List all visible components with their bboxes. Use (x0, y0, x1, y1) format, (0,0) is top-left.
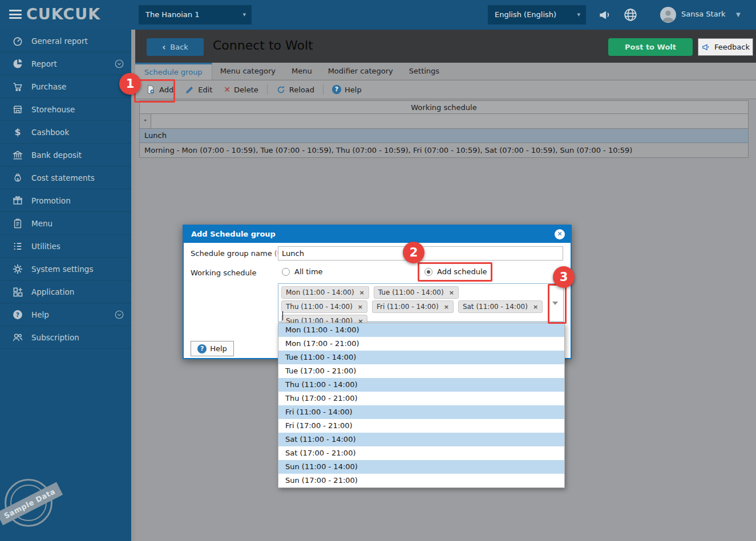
venue-selector[interactable]: The Hanoian 1 ▾ (139, 5, 252, 25)
dropdown-option[interactable]: Mon (17:00 - 21:00) (278, 337, 564, 351)
dropdown-option[interactable]: Fri (11:00 - 14:00) (278, 405, 564, 419)
dialog-titlebar: Add Schedule group ✕ (184, 226, 571, 243)
step-3-highlight-rect (548, 284, 567, 324)
delete-label: Delete (234, 86, 258, 94)
reload-button[interactable]: Reload (270, 80, 320, 99)
sidebar-item-label: General report (31, 36, 88, 46)
sidebar-item-label: Menu (31, 219, 52, 228)
column-header-working-schedule[interactable]: Working schedule (139, 100, 749, 114)
user-name[interactable]: Sansa Stark (681, 10, 726, 18)
tab-schedule-group[interactable]: Schedule group (135, 63, 212, 80)
language-selector[interactable]: English (English) ▾ (488, 5, 586, 25)
dialog-help-button[interactable]: ? Help (191, 341, 234, 356)
delete-x-icon: ✕ (224, 85, 231, 94)
sidebar-item-system-settings[interactable]: System settings (0, 258, 131, 280)
sidebar-item-label: Cashbook (31, 128, 69, 137)
dropdown-option[interactable]: Thu (17:00 - 21:00) (278, 392, 564, 405)
toolbar-separator (323, 84, 324, 95)
reload-label: Reload (289, 86, 314, 94)
sidebar-item-promotion[interactable]: Promotion (0, 189, 131, 212)
caret-down-icon: ▾ (242, 5, 246, 25)
dropdown-option[interactable]: Mon (11:00 - 14:00) (278, 323, 564, 337)
sidebar-item-label: Bank deposit (31, 150, 82, 160)
clipboard-menu-icon (11, 217, 24, 230)
feedback-megaphone-icon (701, 42, 711, 52)
venue-label: The Hanoian 1 (145, 10, 199, 19)
remove-tag-icon[interactable]: × (449, 289, 454, 296)
remove-tag-icon[interactable]: × (533, 303, 538, 311)
topbar: CUKCUK The Hanoian 1 ▾ English (English)… (0, 0, 756, 30)
dropdown-option[interactable]: Sat (17:00 - 21:00) (278, 446, 564, 460)
post-to-wolt-button[interactable]: Post to Wolt (608, 38, 693, 56)
hamburger-menu-icon[interactable] (9, 10, 22, 19)
users-icon (11, 331, 24, 344)
dropdown-option[interactable]: Sun (11:00 - 14:00) (278, 460, 564, 474)
sample-data-watermark: Sample Data (3, 478, 56, 530)
tab-menu[interactable]: Menu (284, 63, 320, 80)
reload-icon (276, 85, 286, 95)
dialog-title: Add Schedule group (191, 230, 276, 238)
sidebar-item-report[interactable]: Report (0, 52, 131, 75)
app-logo: CUKCUK (26, 5, 100, 23)
step-2-highlight-rect (418, 262, 492, 282)
edit-pencil-icon (185, 85, 195, 95)
back-button[interactable]: ‹ Back (147, 38, 204, 56)
dropdown-option[interactable]: Tue (17:00 - 21:00) (278, 364, 564, 378)
filter-input[interactable] (151, 114, 748, 128)
toolbar-help-button[interactable]: ? Help (326, 80, 367, 99)
user-menu-caret-icon[interactable]: ▼ (736, 11, 741, 18)
app-window: CUKCUK The Hanoian 1 ▾ English (English)… (0, 0, 756, 541)
sidebar-item-menu[interactable]: Menu (0, 212, 131, 235)
sidebar-item-label: Promotion (31, 196, 71, 205)
text-cursor (282, 311, 283, 320)
sidebar-item-cost-statements[interactable]: $ Cost statements (0, 166, 131, 189)
pie-chart-icon (11, 58, 24, 70)
remove-tag-icon[interactable]: × (358, 303, 363, 311)
schedule-tags-input[interactable]: Mon (11:00 - 14:00)× Tue (11:00 - 14:00)… (278, 283, 564, 322)
announcement-megaphone-icon[interactable] (597, 7, 612, 22)
feedback-button[interactable]: Feedback (698, 38, 753, 56)
sidebar-item-general-report[interactable]: General report (0, 30, 131, 52)
sidebar-item-help[interactable]: ? Help (0, 303, 131, 326)
dropdown-option[interactable]: Tue (11:00 - 14:00) (278, 351, 564, 364)
schedule-tag: Fri (11:00 - 14:00)× (372, 300, 454, 313)
help-circle-icon: ? (332, 85, 341, 94)
dropdown-option[interactable]: Sun (17:00 - 21:00) (278, 474, 564, 487)
sidebar-item-bank-deposit[interactable]: Bank deposit (0, 144, 131, 166)
chevron-down-circle-icon (114, 59, 124, 69)
filter-options-button[interactable]: * (140, 114, 151, 128)
edit-label: Edit (198, 86, 212, 94)
sidebar-item-label: Report (31, 59, 57, 68)
tab-menu-category[interactable]: Menu category (212, 63, 284, 80)
delete-button[interactable]: ✕ Delete (218, 80, 264, 99)
dropdown-option[interactable]: Sat (11:00 - 14:00) (278, 433, 564, 446)
toolbar: Add Edit ✕ Delete Reload ? Help (135, 80, 756, 99)
remove-tag-icon[interactable]: × (444, 303, 449, 311)
close-icon[interactable]: ✕ (555, 229, 565, 239)
sidebar-item-label: Help (31, 310, 49, 319)
sidebar-item-purchase[interactable]: Purchase (0, 75, 131, 98)
sidebar-item-label: Utilities (31, 242, 60, 251)
edit-button[interactable]: Edit (179, 80, 218, 99)
sidebar-item-storehouse[interactable]: Storehouse (0, 98, 131, 121)
dropdown-option[interactable]: Thu (11:00 - 14:00) (278, 378, 564, 392)
money-bag-icon: $ (11, 172, 24, 184)
sidebar-item-subscription[interactable]: Subscription (0, 326, 131, 349)
table-row[interactable]: Morning - Mon (07:00 - 10:59), Tue (07:0… (139, 143, 749, 158)
radio-all-time[interactable]: All time (282, 267, 323, 276)
table-row-group[interactable]: Lunch (139, 129, 749, 143)
sidebar-item-utilities[interactable]: Utilities (0, 235, 131, 258)
dropdown-option[interactable]: Fri (17:00 - 21:00) (278, 419, 564, 433)
svg-text:?: ? (16, 311, 19, 319)
remove-tag-icon[interactable]: × (359, 289, 365, 296)
sidebar-item-application[interactable]: Application (0, 280, 131, 303)
sidebar-item-label: Application (31, 287, 74, 296)
user-avatar[interactable] (660, 7, 676, 23)
content-scrollbar[interactable] (131, 30, 135, 541)
globe-icon[interactable] (623, 7, 638, 22)
tab-modifier-category[interactable]: Modifier category (320, 63, 401, 80)
sidebar-item-cashbook[interactable]: $ Cashbook (0, 121, 131, 144)
toolbar-separator (267, 84, 268, 95)
chevron-down-circle-icon (114, 310, 124, 320)
tab-settings[interactable]: Settings (401, 63, 447, 80)
